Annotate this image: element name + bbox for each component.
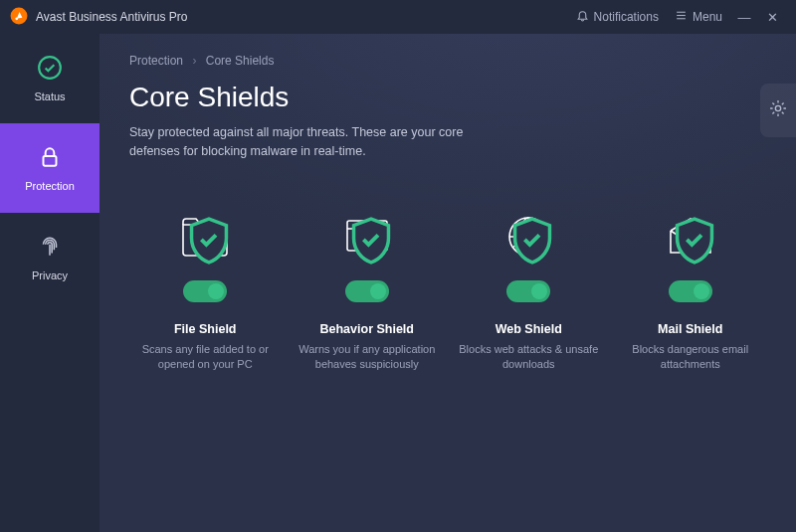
- sidebar-item-status[interactable]: Status: [0, 34, 100, 123]
- notifications-button[interactable]: Notifications: [568, 5, 667, 29]
- sidebar-item-label: Protection: [25, 180, 75, 192]
- shields-row: File Shield Scans any file added to or o…: [129, 211, 766, 373]
- toggle-mail-shield[interactable]: [669, 280, 712, 302]
- breadcrumb-current: Core Shields: [206, 54, 275, 68]
- menu-button[interactable]: Menu: [667, 5, 730, 29]
- status-check-icon: [37, 55, 63, 83]
- shield-behavior: Behavior Shield Warns you if any applica…: [292, 211, 444, 373]
- sidebar-item-label: Status: [34, 90, 65, 102]
- page-title: Core Shields: [129, 82, 766, 113]
- page-subtitle: Stay protected against all major threats…: [129, 123, 507, 161]
- shield-desc: Warns you if any application behaves sus…: [292, 342, 444, 373]
- shield-web: Web Shield Blocks web attacks & unsafe d…: [453, 211, 605, 373]
- svg-rect-6: [44, 156, 57, 166]
- notifications-label: Notifications: [594, 10, 659, 24]
- fingerprint-icon: [37, 234, 63, 262]
- sidebar-item-protection[interactable]: Protection: [0, 123, 100, 213]
- app-title: Avast Business Antivirus Pro: [36, 10, 188, 24]
- sidebar-item-label: Privacy: [32, 269, 68, 281]
- chevron-right-icon: ›: [192, 54, 196, 68]
- shield-file: File Shield Scans any file added to or o…: [129, 211, 282, 373]
- lock-icon: [37, 144, 63, 172]
- shield-desc: Blocks dangerous email attachments: [615, 342, 767, 373]
- titlebar: Avast Business Antivirus Pro Notificatio…: [0, 0, 796, 34]
- shield-check-icon: [506, 217, 558, 268]
- shield-desc: Blocks web attacks & unsafe downloads: [453, 342, 605, 373]
- svg-point-7: [775, 105, 780, 110]
- toggle-web-shield[interactable]: [506, 280, 550, 302]
- avast-logo-icon: [10, 7, 28, 28]
- close-button[interactable]: ✕: [758, 10, 786, 25]
- shield-title: File Shield: [129, 322, 282, 336]
- shield-title: Web Shield: [453, 322, 605, 336]
- hamburger-icon: [675, 9, 688, 25]
- sidebar-item-privacy[interactable]: Privacy: [0, 213, 100, 302]
- minimize-icon: ―: [738, 10, 751, 25]
- close-icon: ✕: [767, 10, 778, 25]
- shield-desc: Scans any file added to or opened on you…: [129, 342, 282, 373]
- app-brand: Avast Business Antivirus Pro: [10, 7, 188, 28]
- settings-button[interactable]: [760, 84, 796, 137]
- gear-icon: [768, 98, 788, 122]
- main-content: Protection › Core Shields Core Shields S…: [100, 34, 796, 532]
- shield-title: Mail Shield: [615, 322, 767, 336]
- sidebar: Status Protection Privacy: [0, 34, 100, 532]
- shield-check-icon: [345, 217, 397, 268]
- bell-icon: [576, 9, 589, 25]
- toggle-file-shield[interactable]: [183, 280, 227, 302]
- shield-check-icon: [183, 217, 235, 268]
- breadcrumb-root[interactable]: Protection: [129, 54, 183, 68]
- shield-mail: Mail Shield Blocks dangerous email attac…: [615, 211, 767, 373]
- shield-title: Behavior Shield: [292, 322, 444, 336]
- toggle-behavior-shield[interactable]: [345, 280, 389, 302]
- minimize-button[interactable]: ―: [730, 10, 758, 25]
- shield-check-icon: [669, 217, 720, 268]
- breadcrumb: Protection › Core Shields: [129, 54, 766, 68]
- menu-label: Menu: [693, 10, 722, 24]
- svg-point-1: [15, 17, 18, 20]
- svg-point-5: [39, 57, 61, 79]
